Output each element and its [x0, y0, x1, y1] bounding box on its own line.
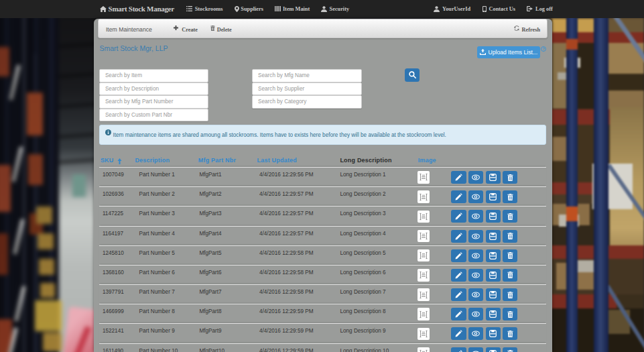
svg-text:?: ? — [542, 47, 545, 51]
